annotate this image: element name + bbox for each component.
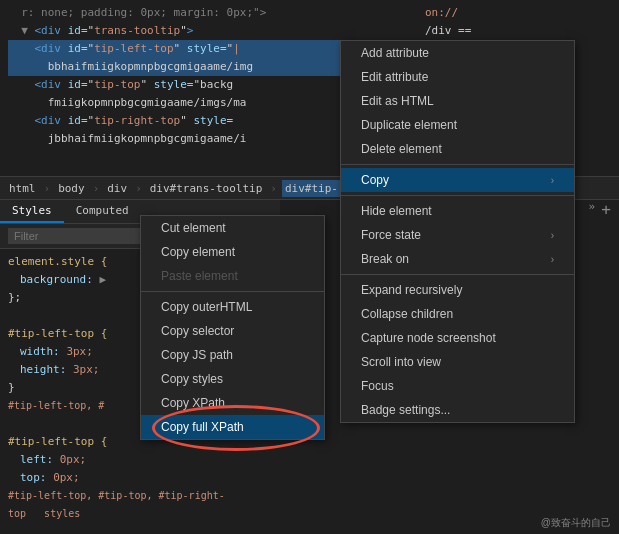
tab-computed[interactable]: Computed	[64, 200, 141, 223]
context-menu-left: Cut element Copy element Paste element C…	[140, 215, 325, 440]
menu-edit-as-html[interactable]: Edit as HTML	[341, 89, 574, 113]
style-link-2: #tip-left-top, #tip-top, #tip-right-top …	[8, 487, 272, 523]
copy-arrow-icon: ›	[551, 175, 554, 186]
menu-scroll-into-view[interactable]: Scroll into view	[341, 350, 574, 374]
menu-copy-full-xpath[interactable]: Copy full XPath	[141, 415, 324, 439]
more-button[interactable]: »	[588, 200, 595, 213]
menu-copy-element[interactable]: Copy element	[141, 240, 324, 264]
menu-force-state[interactable]: Force state ›	[341, 223, 574, 247]
separator-3	[341, 195, 574, 196]
menu-hide-element[interactable]: Hide element	[341, 199, 574, 223]
right-line-2: /div ==	[425, 22, 613, 40]
tab-styles[interactable]: Styles	[0, 200, 64, 223]
separator-4	[341, 274, 574, 275]
breadcrumb-html[interactable]: html	[6, 180, 39, 197]
menu-badge-settings[interactable]: Badge settings...	[341, 398, 574, 422]
rule-tip-left-top-2: #tip-left-top { left: 0px; top: 0px;	[8, 433, 272, 487]
right-line-1: on://	[425, 4, 613, 22]
menu-break-on[interactable]: Break on ›	[341, 247, 574, 271]
menu-copy-outerhtml[interactable]: Copy outerHTML	[141, 295, 324, 319]
menu-edit-attribute[interactable]: Edit attribute	[341, 65, 574, 89]
menu-focus[interactable]: Focus	[341, 374, 574, 398]
menu-duplicate-element[interactable]: Duplicate element	[341, 113, 574, 137]
menu-copy-selector[interactable]: Copy selector	[141, 319, 324, 343]
separator-2	[341, 164, 574, 165]
menu-cut-element[interactable]: Cut element	[141, 216, 324, 240]
breadcrumb-body[interactable]: body	[55, 180, 88, 197]
menu-capture-screenshot[interactable]: Capture node screenshot	[341, 326, 574, 350]
menu-copy-js-path[interactable]: Copy JS path	[141, 343, 324, 367]
breadcrumb-trans-tooltip[interactable]: div#trans-tooltip	[147, 180, 266, 197]
breadcrumb-div[interactable]: div	[104, 180, 130, 197]
watermark: @致奋斗的自己	[541, 516, 611, 530]
menu-copy-xpath[interactable]: Copy XPath	[141, 391, 324, 415]
context-menu-right: Add attribute Edit attribute Edit as HTM…	[340, 40, 575, 423]
menu-collapse-children[interactable]: Collapse children	[341, 302, 574, 326]
menu-add-attribute[interactable]: Add attribute	[341, 41, 574, 65]
breadcrumb-tip[interactable]: div#tip-	[282, 180, 341, 197]
menu-copy-styles[interactable]: Copy styles	[141, 367, 324, 391]
menu-paste-element[interactable]: Paste element	[141, 264, 324, 288]
menu-delete-element[interactable]: Delete element	[341, 137, 574, 161]
plus-button[interactable]: +	[601, 200, 611, 219]
separator-1	[141, 291, 324, 292]
force-state-arrow-icon: ›	[551, 230, 554, 241]
menu-expand-recursively[interactable]: Expand recursively	[341, 278, 574, 302]
menu-copy[interactable]: Copy ›	[341, 168, 574, 192]
break-on-arrow-icon: ›	[551, 254, 554, 265]
